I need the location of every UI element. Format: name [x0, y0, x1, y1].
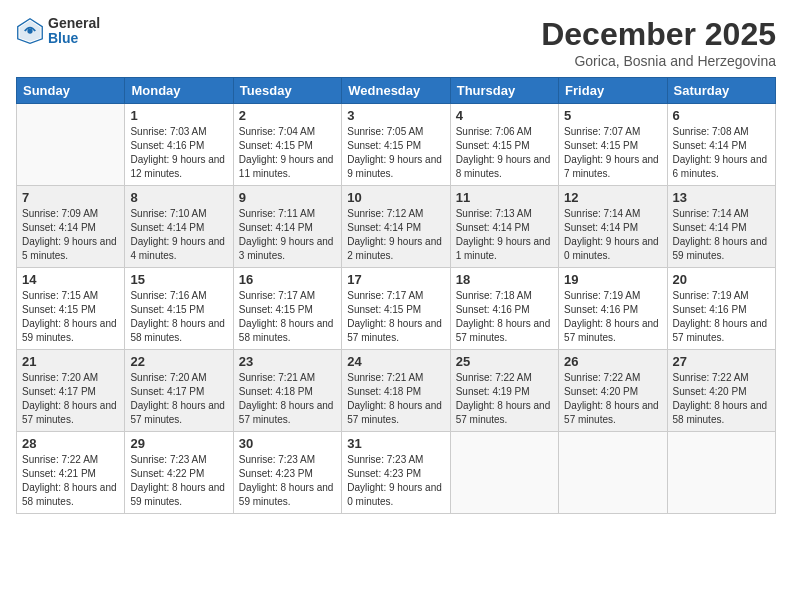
calendar-cell [17, 104, 125, 186]
day-header-tuesday: Tuesday [233, 78, 341, 104]
calendar-cell: 21Sunrise: 7:20 AM Sunset: 4:17 PM Dayli… [17, 350, 125, 432]
day-number: 16 [239, 272, 336, 287]
day-number: 8 [130, 190, 227, 205]
calendar-cell: 19Sunrise: 7:19 AM Sunset: 4:16 PM Dayli… [559, 268, 667, 350]
logo-icon [16, 17, 44, 45]
day-info: Sunrise: 7:22 AM Sunset: 4:21 PM Dayligh… [22, 453, 119, 509]
day-header-friday: Friday [559, 78, 667, 104]
calendar-cell: 18Sunrise: 7:18 AM Sunset: 4:16 PM Dayli… [450, 268, 558, 350]
logo-general: General [48, 16, 100, 31]
calendar-table: SundayMondayTuesdayWednesdayThursdayFrid… [16, 77, 776, 514]
day-info: Sunrise: 7:11 AM Sunset: 4:14 PM Dayligh… [239, 207, 336, 263]
calendar-cell: 22Sunrise: 7:20 AM Sunset: 4:17 PM Dayli… [125, 350, 233, 432]
calendar-cell: 29Sunrise: 7:23 AM Sunset: 4:22 PM Dayli… [125, 432, 233, 514]
day-number: 14 [22, 272, 119, 287]
calendar-cell: 16Sunrise: 7:17 AM Sunset: 4:15 PM Dayli… [233, 268, 341, 350]
day-number: 13 [673, 190, 770, 205]
day-header-saturday: Saturday [667, 78, 775, 104]
calendar-cell: 27Sunrise: 7:22 AM Sunset: 4:20 PM Dayli… [667, 350, 775, 432]
day-number: 6 [673, 108, 770, 123]
calendar-cell [450, 432, 558, 514]
day-number: 20 [673, 272, 770, 287]
day-number: 23 [239, 354, 336, 369]
day-info: Sunrise: 7:23 AM Sunset: 4:22 PM Dayligh… [130, 453, 227, 509]
day-number: 28 [22, 436, 119, 451]
day-info: Sunrise: 7:18 AM Sunset: 4:16 PM Dayligh… [456, 289, 553, 345]
calendar-cell: 20Sunrise: 7:19 AM Sunset: 4:16 PM Dayli… [667, 268, 775, 350]
day-info: Sunrise: 7:17 AM Sunset: 4:15 PM Dayligh… [239, 289, 336, 345]
calendar-cell: 24Sunrise: 7:21 AM Sunset: 4:18 PM Dayli… [342, 350, 450, 432]
day-info: Sunrise: 7:22 AM Sunset: 4:19 PM Dayligh… [456, 371, 553, 427]
day-number: 10 [347, 190, 444, 205]
calendar-cell: 8Sunrise: 7:10 AM Sunset: 4:14 PM Daylig… [125, 186, 233, 268]
calendar-cell: 1Sunrise: 7:03 AM Sunset: 4:16 PM Daylig… [125, 104, 233, 186]
day-header-monday: Monday [125, 78, 233, 104]
day-number: 17 [347, 272, 444, 287]
day-info: Sunrise: 7:21 AM Sunset: 4:18 PM Dayligh… [239, 371, 336, 427]
calendar-cell: 28Sunrise: 7:22 AM Sunset: 4:21 PM Dayli… [17, 432, 125, 514]
day-number: 31 [347, 436, 444, 451]
calendar-cell [667, 432, 775, 514]
calendar-week-3: 14Sunrise: 7:15 AM Sunset: 4:15 PM Dayli… [17, 268, 776, 350]
calendar-cell: 15Sunrise: 7:16 AM Sunset: 4:15 PM Dayli… [125, 268, 233, 350]
calendar-cell: 11Sunrise: 7:13 AM Sunset: 4:14 PM Dayli… [450, 186, 558, 268]
day-number: 22 [130, 354, 227, 369]
day-number: 25 [456, 354, 553, 369]
calendar-cell: 14Sunrise: 7:15 AM Sunset: 4:15 PM Dayli… [17, 268, 125, 350]
day-info: Sunrise: 7:06 AM Sunset: 4:15 PM Dayligh… [456, 125, 553, 181]
day-info: Sunrise: 7:05 AM Sunset: 4:15 PM Dayligh… [347, 125, 444, 181]
day-number: 2 [239, 108, 336, 123]
day-info: Sunrise: 7:07 AM Sunset: 4:15 PM Dayligh… [564, 125, 661, 181]
calendar-cell: 30Sunrise: 7:23 AM Sunset: 4:23 PM Dayli… [233, 432, 341, 514]
day-number: 1 [130, 108, 227, 123]
day-info: Sunrise: 7:14 AM Sunset: 4:14 PM Dayligh… [673, 207, 770, 263]
day-info: Sunrise: 7:22 AM Sunset: 4:20 PM Dayligh… [673, 371, 770, 427]
page-header: General Blue December 2025 Gorica, Bosni… [16, 16, 776, 69]
day-info: Sunrise: 7:16 AM Sunset: 4:15 PM Dayligh… [130, 289, 227, 345]
day-number: 29 [130, 436, 227, 451]
day-number: 9 [239, 190, 336, 205]
day-info: Sunrise: 7:10 AM Sunset: 4:14 PM Dayligh… [130, 207, 227, 263]
day-info: Sunrise: 7:03 AM Sunset: 4:16 PM Dayligh… [130, 125, 227, 181]
calendar-cell: 6Sunrise: 7:08 AM Sunset: 4:14 PM Daylig… [667, 104, 775, 186]
day-info: Sunrise: 7:19 AM Sunset: 4:16 PM Dayligh… [564, 289, 661, 345]
calendar-cell [559, 432, 667, 514]
calendar-cell: 2Sunrise: 7:04 AM Sunset: 4:15 PM Daylig… [233, 104, 341, 186]
day-number: 15 [130, 272, 227, 287]
day-info: Sunrise: 7:09 AM Sunset: 4:14 PM Dayligh… [22, 207, 119, 263]
day-info: Sunrise: 7:08 AM Sunset: 4:14 PM Dayligh… [673, 125, 770, 181]
day-header-wednesday: Wednesday [342, 78, 450, 104]
day-info: Sunrise: 7:04 AM Sunset: 4:15 PM Dayligh… [239, 125, 336, 181]
day-header-thursday: Thursday [450, 78, 558, 104]
day-info: Sunrise: 7:19 AM Sunset: 4:16 PM Dayligh… [673, 289, 770, 345]
day-info: Sunrise: 7:22 AM Sunset: 4:20 PM Dayligh… [564, 371, 661, 427]
calendar-week-5: 28Sunrise: 7:22 AM Sunset: 4:21 PM Dayli… [17, 432, 776, 514]
day-number: 24 [347, 354, 444, 369]
calendar-cell: 5Sunrise: 7:07 AM Sunset: 4:15 PM Daylig… [559, 104, 667, 186]
calendar-cell: 13Sunrise: 7:14 AM Sunset: 4:14 PM Dayli… [667, 186, 775, 268]
calendar-week-4: 21Sunrise: 7:20 AM Sunset: 4:17 PM Dayli… [17, 350, 776, 432]
day-number: 26 [564, 354, 661, 369]
calendar-week-2: 7Sunrise: 7:09 AM Sunset: 4:14 PM Daylig… [17, 186, 776, 268]
calendar-cell: 10Sunrise: 7:12 AM Sunset: 4:14 PM Dayli… [342, 186, 450, 268]
day-number: 30 [239, 436, 336, 451]
calendar-cell: 9Sunrise: 7:11 AM Sunset: 4:14 PM Daylig… [233, 186, 341, 268]
day-info: Sunrise: 7:14 AM Sunset: 4:14 PM Dayligh… [564, 207, 661, 263]
logo-text: General Blue [48, 16, 100, 47]
day-number: 18 [456, 272, 553, 287]
day-number: 19 [564, 272, 661, 287]
day-number: 4 [456, 108, 553, 123]
calendar-cell: 23Sunrise: 7:21 AM Sunset: 4:18 PM Dayli… [233, 350, 341, 432]
month-title: December 2025 [541, 16, 776, 53]
calendar-header-row: SundayMondayTuesdayWednesdayThursdayFrid… [17, 78, 776, 104]
day-info: Sunrise: 7:20 AM Sunset: 4:17 PM Dayligh… [22, 371, 119, 427]
day-header-sunday: Sunday [17, 78, 125, 104]
day-info: Sunrise: 7:15 AM Sunset: 4:15 PM Dayligh… [22, 289, 119, 345]
day-info: Sunrise: 7:23 AM Sunset: 4:23 PM Dayligh… [347, 453, 444, 509]
day-info: Sunrise: 7:17 AM Sunset: 4:15 PM Dayligh… [347, 289, 444, 345]
calendar-cell: 17Sunrise: 7:17 AM Sunset: 4:15 PM Dayli… [342, 268, 450, 350]
day-number: 5 [564, 108, 661, 123]
logo: General Blue [16, 16, 100, 47]
calendar-cell: 26Sunrise: 7:22 AM Sunset: 4:20 PM Dayli… [559, 350, 667, 432]
day-info: Sunrise: 7:13 AM Sunset: 4:14 PM Dayligh… [456, 207, 553, 263]
